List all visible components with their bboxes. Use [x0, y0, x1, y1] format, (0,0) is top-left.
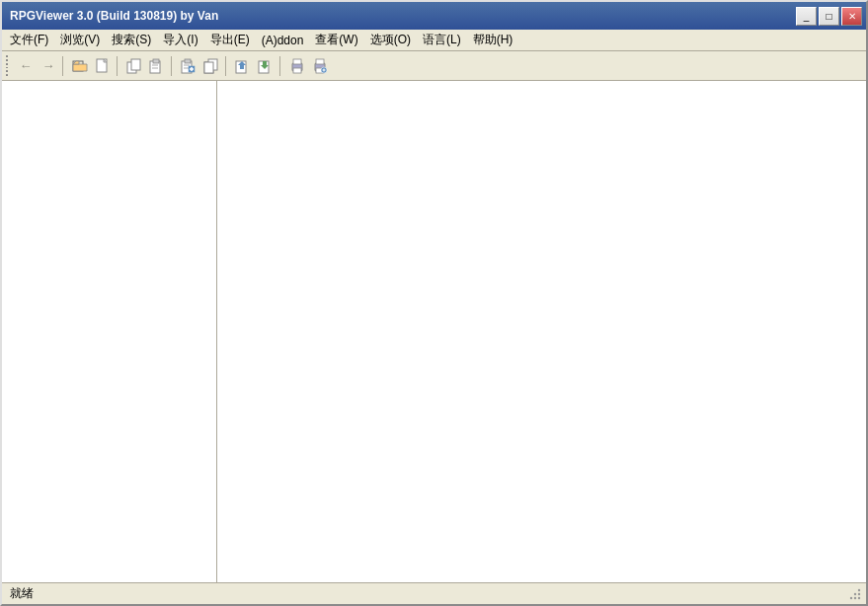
print1-button[interactable] [286, 55, 308, 77]
paste1-button[interactable] [146, 55, 168, 77]
toolbar-separator-5 [279, 56, 283, 76]
toolbar-separator-3 [171, 56, 175, 76]
left-panel[interactable] [2, 81, 217, 582]
export-icon [235, 58, 251, 74]
print2-button[interactable] [309, 55, 331, 77]
open-icon [72, 58, 88, 74]
window-controls: _ □ ✕ [796, 7, 862, 26]
svg-point-30 [854, 596, 856, 598]
import-button[interactable] [255, 55, 276, 77]
resize-grip[interactable] [848, 587, 862, 601]
svg-point-34 [858, 588, 860, 590]
svg-rect-9 [185, 59, 191, 63]
svg-point-32 [850, 596, 852, 598]
print2-icon [312, 58, 328, 74]
toolbar-separator-1 [62, 56, 66, 76]
paste2-icon [203, 58, 219, 74]
forward-button[interactable]: → [38, 55, 59, 77]
toolbar-grip [6, 56, 12, 76]
menu-file[interactable]: 文件(F) [4, 30, 54, 50]
menu-bar: 文件(F) 浏览(V) 搜索(S) 导入(I) 导出(E) (A)ddon 查看… [2, 30, 866, 51]
svg-point-29 [858, 596, 860, 598]
import-icon [258, 58, 274, 74]
window-title: RPGViewer 3.0 (Build 130819) by Van [10, 9, 218, 23]
open-button[interactable] [69, 55, 91, 77]
toolbar-separator-4 [225, 56, 229, 76]
status-text: 就绪 [6, 585, 38, 602]
toolbar: ← → [2, 51, 866, 81]
menu-options[interactable]: 选项(O) [364, 30, 417, 50]
menu-help[interactable]: 帮助(H) [467, 30, 519, 50]
menu-addon[interactable]: (A)ddon [256, 32, 310, 49]
svg-point-31 [858, 592, 860, 594]
svg-rect-21 [293, 59, 301, 64]
svg-rect-3 [131, 59, 140, 70]
svg-rect-17 [204, 62, 213, 73]
main-window: RPGViewer 3.0 (Build 130819) by Van _ □ … [0, 0, 868, 606]
paste2-button[interactable] [200, 55, 222, 77]
svg-rect-5 [153, 59, 159, 63]
paste1-icon [149, 58, 165, 74]
menu-export[interactable]: 导出(E) [204, 30, 256, 50]
menu-view[interactable]: 查看(W) [309, 30, 363, 50]
menu-browse[interactable]: 浏览(V) [54, 30, 106, 50]
menu-import[interactable]: 导入(I) [157, 30, 203, 50]
title-bar: RPGViewer 3.0 (Build 130819) by Van _ □ … [2, 2, 866, 30]
maximize-button[interactable]: □ [819, 7, 839, 26]
svg-rect-24 [316, 59, 324, 64]
print1-icon [289, 58, 305, 74]
copy1-icon [126, 58, 142, 74]
close-button[interactable]: ✕ [841, 7, 862, 26]
new-icon [95, 58, 111, 74]
copy2-icon [181, 58, 197, 74]
toolbar-separator-2 [117, 56, 120, 76]
svg-point-33 [854, 592, 856, 594]
menu-search[interactable]: 搜索(S) [106, 30, 157, 50]
svg-rect-22 [293, 68, 301, 73]
right-panel[interactable] [217, 81, 866, 582]
back-button[interactable]: ← [15, 55, 37, 77]
export-button[interactable] [232, 55, 254, 77]
menu-language[interactable]: 语言(L) [417, 30, 467, 50]
status-bar: 就绪 [2, 582, 866, 604]
main-content [2, 81, 866, 582]
copy1-button[interactable] [123, 55, 145, 77]
minimize-button[interactable]: _ [796, 7, 817, 26]
copy2-button[interactable] [178, 55, 199, 77]
new-button[interactable] [92, 55, 114, 77]
